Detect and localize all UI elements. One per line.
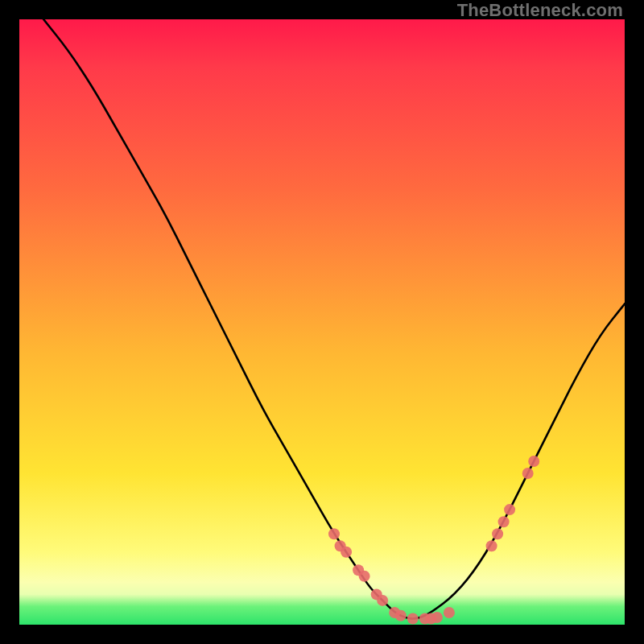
plot-area [19, 19, 625, 625]
scatter-dot [492, 528, 503, 539]
scatter-dot [522, 468, 534, 479]
scatter-dot [341, 547, 352, 558]
scatter-dot [498, 516, 510, 527]
scatter-dot [504, 504, 515, 515]
scatter-dot [395, 610, 407, 621]
watermark-text: TheBottleneck.com [457, 0, 623, 21]
scatter-dot [328, 528, 340, 539]
scatter-dot [431, 612, 443, 623]
scatter-dot [359, 571, 370, 582]
scatter-dot [486, 540, 497, 551]
scatter-dot [444, 607, 455, 618]
scatter-dot [377, 595, 388, 606]
chart-frame: TheBottleneck.com [0, 0, 644, 644]
scatter-dots [328, 456, 539, 625]
scatter-dot [528, 456, 539, 467]
chart-svg [19, 19, 625, 625]
scatter-dot [407, 613, 419, 625]
